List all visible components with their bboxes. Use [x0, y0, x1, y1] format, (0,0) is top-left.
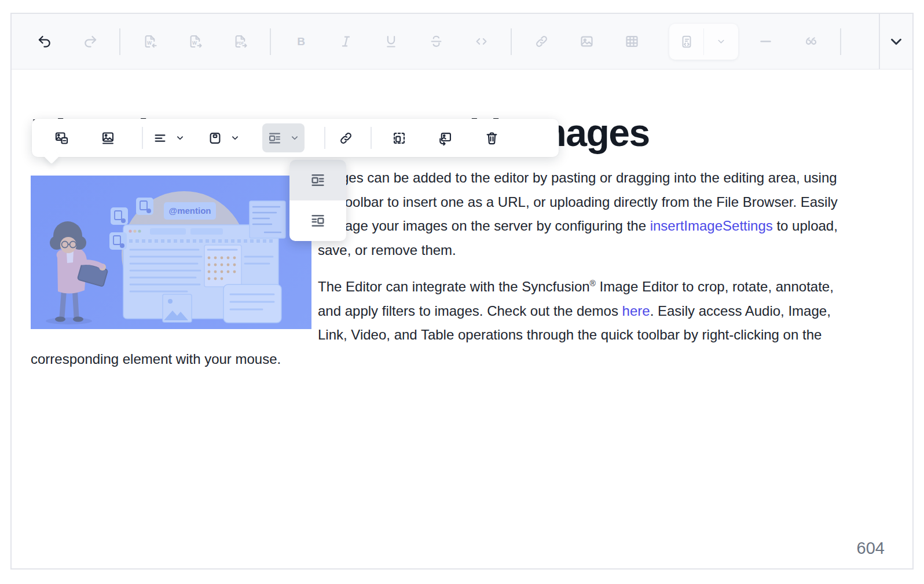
- dimension-icon: [391, 130, 407, 146]
- image-link-button[interactable]: [329, 123, 362, 152]
- toolbar-separator: [840, 28, 841, 55]
- code-block-dropdown-button[interactable]: [704, 24, 738, 60]
- svg-text:PDF: PDF: [236, 41, 244, 45]
- blockquote-icon: [803, 34, 819, 49]
- menu-item-float-right[interactable]: [289, 200, 346, 241]
- expand-toolbar-button[interactable]: [879, 14, 912, 69]
- toolbar-separator: [511, 28, 512, 55]
- delete-image-button[interactable]: [475, 123, 508, 152]
- underline-button[interactable]: [368, 23, 413, 60]
- italic-icon: [338, 34, 354, 49]
- image-dimension-button[interactable]: [382, 123, 416, 152]
- image-caption-icon: [100, 130, 116, 146]
- menu-item-float-left[interactable]: [289, 160, 346, 200]
- image-icon: [579, 34, 595, 49]
- export-pdf-button[interactable]: PDF: [218, 23, 263, 60]
- image-position-icon: [267, 130, 283, 146]
- inline-code-button[interactable]: [459, 23, 504, 60]
- float-left-icon: [309, 171, 327, 189]
- quick-toolbar-separator: [142, 127, 143, 149]
- image-selection-overlay: [31, 176, 311, 329]
- import-word-button[interactable]: W: [127, 23, 173, 60]
- content-image[interactable]: @mention: [31, 176, 311, 329]
- code-block-split-button: [669, 24, 738, 60]
- svg-text:B: B: [297, 35, 305, 48]
- redo-button[interactable]: [67, 23, 112, 60]
- link-icon: [534, 34, 549, 49]
- image-caption-button[interactable]: [91, 123, 124, 152]
- change-image-icon: [438, 130, 453, 146]
- chevron-down-icon: [716, 36, 727, 47]
- replace-image-button[interactable]: [45, 123, 78, 152]
- insert-image-settings-link[interactable]: insertImageSettings: [650, 218, 773, 233]
- image-position-menu: [289, 160, 346, 241]
- insert-link-button[interactable]: [519, 23, 564, 60]
- here-link[interactable]: here: [622, 303, 650, 319]
- change-image-button[interactable]: [428, 123, 462, 152]
- paragraph-2-seg1: The Editor can integrate with the Syncfu…: [318, 279, 590, 294]
- character-count: 604: [857, 539, 885, 558]
- undo-button[interactable]: [22, 23, 67, 60]
- link-icon: [338, 130, 354, 146]
- quick-toolbar-separator: [324, 127, 325, 149]
- chevron-down-icon: [230, 133, 240, 143]
- float-right-icon: [309, 212, 327, 229]
- registered-mark: ®: [590, 279, 596, 288]
- chevron-down-icon: [175, 133, 185, 143]
- insert-image-button[interactable]: [564, 23, 609, 60]
- undo-icon: [37, 34, 53, 49]
- export-word-icon: W: [188, 34, 203, 49]
- bold-icon: B: [293, 34, 309, 49]
- toolbar-separator: [119, 28, 120, 55]
- strikethrough-button[interactable]: [413, 23, 459, 60]
- expand-chevron-icon: [888, 33, 905, 50]
- align-dropdown-button[interactable]: [148, 123, 190, 152]
- horizontal-line-button[interactable]: [743, 23, 788, 60]
- image-position-dropdown-button[interactable]: [262, 123, 305, 152]
- rich-text-editor: W W PDF B: [10, 13, 914, 570]
- import-word-icon: W: [142, 34, 158, 49]
- quick-toolbar-separator: [371, 127, 372, 149]
- inline-code-icon: [474, 34, 489, 49]
- create-table-button[interactable]: [609, 23, 654, 60]
- main-toolbar: W W PDF B: [12, 14, 912, 70]
- display-dropdown-button[interactable]: [203, 123, 245, 152]
- bold-button[interactable]: B: [278, 23, 323, 60]
- table-icon: [624, 34, 640, 49]
- replace-image-icon: [54, 130, 69, 146]
- redo-icon: [82, 34, 98, 49]
- horizontal-line-icon: [758, 34, 773, 49]
- italic-button[interactable]: [323, 23, 368, 60]
- underline-icon: [383, 34, 399, 49]
- export-pdf-icon: PDF: [233, 34, 248, 49]
- svg-text:W: W: [147, 40, 152, 46]
- display-icon: [207, 130, 223, 146]
- export-word-button[interactable]: W: [173, 23, 218, 60]
- image-quick-toolbar: [32, 119, 559, 157]
- blockquote-button[interactable]: [788, 23, 833, 60]
- chevron-down-icon: [289, 133, 300, 143]
- svg-text:W: W: [192, 40, 197, 46]
- trash-icon: [484, 130, 500, 146]
- code-block-button[interactable]: [669, 24, 703, 60]
- toolbar-separator: [270, 28, 271, 55]
- code-block-icon: [679, 34, 694, 49]
- paragraph-1: @mention Images can be added to the edit…: [31, 166, 858, 262]
- align-icon: [152, 130, 168, 146]
- strikethrough-icon: [428, 34, 444, 49]
